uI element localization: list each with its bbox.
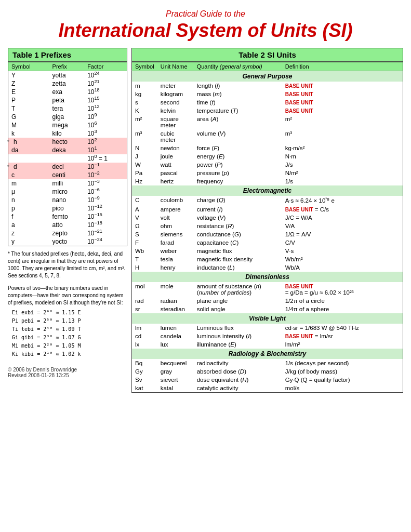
table2-cell-def: kg·m/s²: [282, 144, 403, 152]
table1-cell-fac: 109: [84, 113, 127, 121]
table2-row: H henry inductance (L) Wb/A: [132, 263, 403, 272]
table1-cell-pre: femto: [49, 212, 85, 221]
table2-cell-unit: siemens: [157, 230, 194, 238]
table2-cell-qty: capacitance (C): [194, 238, 282, 247]
table2-section-header: Radiology & Biochemistry: [132, 349, 403, 359]
table2-cell-unit: sievert: [157, 376, 194, 384]
table2-cell-sym: kat: [132, 384, 157, 393]
table2-cell-qty: absorbed dose (D): [194, 367, 282, 376]
table2-row: Ω ohm resistance (R) V/A: [132, 222, 403, 230]
binary-row: Ti tebi = 2⁴⁰ ≈ 1.09 T: [12, 325, 127, 334]
table2-cell-qty: length (l): [194, 82, 282, 90]
table1-row: ppico10−12: [8, 204, 127, 212]
table2-cell-qty: area (A): [194, 115, 282, 129]
table2-cell-def: cd·sr = 1/683 W @ 540 THz: [282, 324, 403, 332]
table2-row: mol mole amount of substance (n)(number …: [132, 282, 403, 297]
table2-cell-qty: time (t): [194, 98, 282, 107]
table1-cell-fac: 100 = 1: [84, 154, 127, 163]
table2-cell-unit: ampere: [157, 205, 194, 214]
table1-cell-sym: μ: [8, 188, 49, 196]
table2-row: S siemens conductance (G) 1/Ω = A/V: [132, 230, 403, 238]
table2-cell-qty: power (P): [194, 161, 282, 169]
table1: Table 1 Prefixes Symbol Prefix Factor Yy…: [8, 48, 127, 246]
table1-cell-pre: deka: [49, 146, 85, 154]
table1-cell-sym: a: [8, 221, 49, 229]
table2-cell-qty: frequency: [194, 177, 282, 185]
binary-row: Ki kibi = 2¹⁰ ≈ 1.02 k: [12, 350, 127, 358]
table2-cell-def: Wb/A: [282, 263, 403, 272]
table2-cell-sym: Hz: [132, 177, 157, 185]
table1-row: Mmega106: [8, 121, 127, 129]
table2-row: T tesla magnetic flux density Wb/m²: [132, 255, 403, 263]
table2-cell-sym: sr: [132, 305, 157, 313]
section-header-cell: Radiology & Biochemistry: [132, 349, 403, 359]
table2-cell-sym: m³: [132, 129, 157, 144]
table1-cell-fac: 10−2: [84, 171, 127, 179]
binary-table: Ei exbi = 2⁶⁰ ≈ 1.15 EPi pebi = 2⁵⁰ ≈ 1.…: [12, 309, 127, 358]
table2-cell-qty: mass (m): [194, 90, 282, 98]
table2-cell-qty: radioactivity: [194, 359, 282, 367]
table1-cell-sym: [8, 154, 49, 163]
table2-cell-qty: charge (Q): [194, 196, 282, 205]
table2-cell-sym: Bq: [132, 359, 157, 367]
table2-cell-sym: cd: [132, 332, 157, 340]
table1-row: Zzetta1021: [8, 79, 127, 88]
table2-row: C coulomb charge (Q) A·s ≈ 6.24 × 10¹⁸ e: [132, 196, 403, 205]
table1-row: Ggiga109: [8, 113, 127, 121]
table1-cell-fac: 10−6: [84, 188, 127, 196]
table1-row: ccenti10−2: [8, 171, 127, 179]
table2-cell-unit: watt: [157, 161, 194, 169]
binary-row: Ei exbi = 2⁶⁰ ≈ 1.15 E: [12, 309, 127, 317]
section-header-cell: Visible Light: [132, 313, 403, 324]
table1-row: nnano10−9: [8, 196, 127, 204]
table2-cell-qty: plane angle: [194, 297, 282, 305]
table1-cell-fac: 10−1: [84, 163, 127, 171]
table2-section-header: Electromagnetic: [132, 185, 403, 196]
table2-cell-unit: square meter: [157, 115, 194, 129]
page-title-sub: Practical Guide to the: [8, 9, 403, 19]
table2-cell-def: lm/m²: [282, 340, 403, 349]
table1-cell-pre: zetta: [49, 79, 85, 88]
copyright: © 2006 by Dennis Brownridge Revised 2008…: [8, 367, 127, 378]
table2-cell-def: 1/s: [282, 177, 403, 185]
table2-cell-def: N/m²: [282, 169, 403, 177]
table2-cell-def: BASE UNIT = lm/sr: [282, 332, 403, 340]
table2-cell-qty: temperature (T): [194, 107, 282, 115]
table2-cell-unit: lumen: [157, 324, 194, 332]
binary-row: Mi mebi = 2²⁰ ≈ 1.05 M: [12, 342, 127, 350]
table2-cell-sym: N: [132, 144, 157, 152]
table2-row: rad radian plane angle 1/2π of a circle: [132, 297, 403, 305]
table2-row: lm lumen Luminous flux cd·sr = 1/683 W @…: [132, 324, 403, 332]
table1-header-prefix: Prefix: [49, 62, 85, 71]
table2-cell-unit: radian: [157, 297, 194, 305]
table2-cell-def: BASE UNIT = C/s: [282, 205, 403, 214]
table2-row: cd candela luminous intensity (I) BASE U…: [132, 332, 403, 340]
table1-row: Eexa1018: [8, 88, 127, 96]
table1-cell-pre: yocto: [49, 237, 85, 246]
table2-row: V volt voltage (V) J/C = W/A: [132, 214, 403, 222]
table1-cell-sym: P: [8, 96, 49, 104]
table2-row: lx lux illuminance (E) lm/m²: [132, 340, 403, 349]
table2-cell-qty: magnetic flux density: [194, 255, 282, 263]
table2: Table 2 SI Units Symbol Unit Name Quanti…: [131, 48, 403, 393]
table2-cell-unit: lux: [157, 340, 194, 349]
table1-caption: Table 1 Prefixes: [8, 48, 127, 62]
table1-cell-sym: f: [8, 212, 49, 221]
table2-row: W watt power (P) J/s: [132, 161, 403, 169]
table2-cell-unit: tesla: [157, 255, 194, 263]
table2-cell-unit: katal: [157, 384, 194, 393]
table1-row: zzepto10−21: [8, 229, 127, 237]
table1-footnote: * The four shaded prefixes (hecto, deka,…: [8, 250, 127, 280]
section-header-cell: General Purpose: [132, 71, 403, 82]
table2-header-def: Definition: [282, 62, 403, 71]
table2-cell-def: Wb/m²: [282, 255, 403, 263]
table2-header-symbol: Symbol: [132, 62, 157, 71]
table2-cell-unit: joule: [157, 152, 194, 161]
table1-row: Ppeta1015: [8, 96, 127, 104]
table1-cell-sym: c: [8, 171, 49, 179]
table2-row: A ampere current (I) BASE UNIT = C/s: [132, 205, 403, 214]
table2-cell-qty: resistance (R): [194, 222, 282, 230]
table2-cell-def: 1/4π of a sphere: [282, 305, 403, 313]
table1-row: μmicro10−6: [8, 188, 127, 196]
table2-header-unit: Unit Name: [157, 62, 194, 71]
